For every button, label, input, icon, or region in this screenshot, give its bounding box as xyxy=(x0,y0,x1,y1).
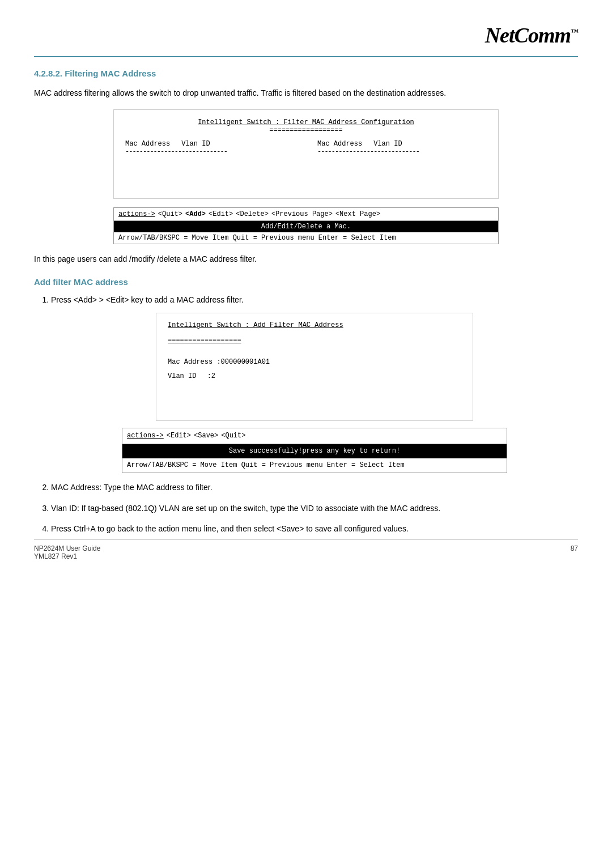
terminal2-title: Intelligent Switch : Add Filter MAC Addr… xyxy=(168,320,461,331)
step-3: Vlan ID: If tag-based (802.1Q) VLAN are … xyxy=(51,502,578,514)
footer-page-number: 87 xyxy=(571,544,578,560)
mac-address-row: Mac Address :000000001A01 xyxy=(168,357,461,368)
action-bar-2-bottom: Arrow/TAB/BKSPC = Move Item Quit = Previ… xyxy=(122,458,507,473)
action-bar-2-top: actions-> <Edit> <Save> <Quit> xyxy=(122,428,507,444)
terminal1-title: Intelligent Switch : Filter MAC Address … xyxy=(125,118,487,126)
terminal2-underline: ================== xyxy=(168,335,461,346)
netcomm-logo: NetComm™ xyxy=(485,23,578,48)
action-bar-1-top: actions-> <Quit> <Add> <Edit> <Delete> <… xyxy=(114,208,498,221)
add-filter-terminal: Intelligent Switch : Add Filter MAC Addr… xyxy=(156,313,473,421)
intro-text: MAC address filtering allows the switch … xyxy=(34,87,578,99)
page-footer: NP2624M User Guide YML827 Rev1 87 xyxy=(34,539,578,560)
action-bar-2: actions-> <Edit> <Save> <Quit> Save succ… xyxy=(122,428,507,474)
step-4: Press Ctrl+A to go back to the action me… xyxy=(51,522,578,535)
steps-list: Press <Add> > <Edit> key to add a MAC ad… xyxy=(51,293,578,535)
between-text: In this page users can add /modify /dele… xyxy=(34,253,578,265)
footer-left: NP2624M User Guide YML827 Rev1 xyxy=(34,544,100,560)
page-header: NetComm™ xyxy=(34,17,578,57)
section-heading: 4.2.8.2. Filtering MAC Address xyxy=(34,69,578,78)
step-1: Press <Add> > <Edit> key to add a MAC ad… xyxy=(51,293,578,474)
action-bar-1-bottom: Arrow/TAB/BKSPC = Move Item Quit = Previ… xyxy=(114,232,498,244)
action-bar-1-highlight: Add/Edit/Delete a Mac. xyxy=(114,221,498,232)
terminal1-col1: Mac Address Vlan ID --------------------… xyxy=(125,140,295,156)
step-2: MAC Address: Type the MAC address to fil… xyxy=(51,481,578,493)
terminal1-underline: ================== xyxy=(125,126,487,134)
action-bar-1: actions-> <Quit> <Add> <Edit> <Delete> <… xyxy=(113,207,499,244)
terminal1-col2: Mac Address Vlan ID --------------------… xyxy=(317,140,487,156)
filter-mac-terminal: Intelligent Switch : Filter MAC Address … xyxy=(113,109,499,199)
add-filter-heading: Add filter MAC address xyxy=(34,277,578,287)
vlan-id-row: Vlan ID :2 xyxy=(168,371,461,382)
action-bar-2-highlight: Save successfully!press any key to retur… xyxy=(122,444,507,458)
